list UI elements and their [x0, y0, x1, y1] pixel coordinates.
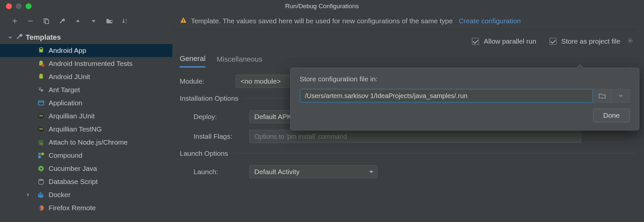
chevron-down-icon	[7, 35, 13, 40]
svg-rect-21	[38, 153, 41, 155]
sidebar-item-label: Database Script	[49, 178, 98, 186]
sidebar-toolbar: az	[0, 12, 172, 30]
sidebar-item-android-instrumented[interactable]: Android Instrumented Tests	[0, 57, 172, 70]
launch-select[interactable]: Default Activity	[249, 165, 378, 178]
sidebar-item-compound[interactable]: Compound	[0, 149, 172, 162]
svg-point-26	[39, 179, 44, 181]
launch-options-header: Launch Options	[180, 150, 637, 157]
sidebar-item-database-script[interactable]: Database Script	[0, 175, 172, 188]
banner-text: Template. The values saved here will be …	[191, 17, 453, 25]
svg-text:z: z	[126, 21, 127, 24]
section-title: Launch Options	[180, 150, 228, 157]
create-configuration-link[interactable]: Create configuration	[459, 17, 521, 25]
config-tree: Templates Android App Android Instrument…	[0, 30, 172, 222]
sidebar-item-android-junit[interactable]: Android JUnit	[0, 70, 172, 83]
sidebar-item-android-app[interactable]: Android App	[0, 44, 172, 57]
history-dropdown-button[interactable]	[611, 89, 630, 103]
sidebar-item-label: Android App	[49, 47, 86, 54]
select-value: Default APK	[254, 113, 291, 121]
firefox-icon	[37, 204, 45, 212]
sidebar-item-label: Cucumber Java	[49, 165, 97, 172]
svg-point-13	[38, 113, 44, 119]
arquillian-icon	[37, 112, 45, 120]
sort-alpha-icon[interactable]: az	[121, 17, 129, 25]
android-icon	[37, 59, 45, 68]
deploy-label: Deploy:	[194, 113, 242, 121]
tab-general[interactable]: General	[180, 54, 205, 68]
sidebar-item-firefox-remote[interactable]: Firefox Remote	[0, 201, 172, 214]
tabs: General Miscellaneous	[172, 53, 637, 69]
sidebar-item-docker[interactable]: Docker	[0, 188, 172, 201]
svg-rect-5	[39, 50, 43, 52]
svg-point-9	[39, 88, 41, 90]
popover-footer: Done	[300, 109, 630, 122]
sidebar-item-label: Ant Target	[49, 86, 80, 94]
svg-point-15	[41, 115, 43, 117]
sidebar-item-ant-target[interactable]: Ant Target	[0, 83, 172, 96]
new-folder-icon[interactable]	[105, 17, 114, 25]
sidebar-item-cucumber[interactable]: Cucumber Java	[0, 162, 172, 175]
sidebar-item-label: Compound	[49, 151, 82, 159]
svg-point-14	[39, 115, 41, 117]
main-split: az Templates Android App Android Instrum…	[0, 12, 644, 222]
checkbox-icon	[472, 38, 479, 45]
gear-icon[interactable]	[627, 37, 633, 46]
sidebar-item-arquillian-junit[interactable]: Arquillian JUnit	[0, 110, 172, 123]
minimize-window-button[interactable]	[16, 3, 22, 9]
svg-rect-8	[39, 76, 43, 78]
tab-miscellaneous[interactable]: Miscellaneous	[217, 55, 262, 67]
node-icon: JS	[37, 138, 45, 147]
template-banner: Template. The values saved here will be …	[172, 12, 637, 30]
select-value: <no module>	[241, 77, 281, 85]
move-up-icon[interactable]	[74, 17, 82, 25]
move-down-icon[interactable]	[89, 17, 98, 25]
svg-rect-30	[40, 192, 41, 193]
copy-config-icon[interactable]	[42, 17, 51, 25]
zoom-window-button[interactable]	[26, 3, 32, 9]
svg-rect-33	[183, 22, 184, 22]
warning-icon	[180, 16, 187, 25]
sidebar-item-label: Android Instrumented Tests	[49, 60, 132, 68]
sidebar-item-attach-node[interactable]: JS Attach to Node.js/Chrome	[0, 136, 172, 149]
ant-icon	[37, 86, 45, 94]
svg-rect-32	[183, 19, 184, 21]
svg-rect-29	[41, 194, 43, 195]
checkbox-label: Allow parallel run	[484, 37, 536, 45]
android-icon	[37, 46, 45, 55]
sidebar-item-label: Application	[49, 99, 82, 107]
templates-group[interactable]: Templates	[0, 31, 172, 44]
traffic-lights	[0, 3, 32, 9]
svg-rect-28	[40, 194, 41, 195]
allow-parallel-run-checkbox[interactable]: Allow parallel run	[472, 37, 536, 45]
sidebar-item-label: Attach to Node.js/Chrome	[49, 138, 127, 146]
docker-icon	[37, 191, 45, 199]
config-path-input[interactable]	[300, 89, 593, 103]
install-flags-row: Install Flags:	[180, 130, 637, 143]
wrench-icon	[16, 33, 23, 42]
section-title: Installation Options	[180, 94, 239, 102]
store-as-project-file-checkbox[interactable]: Store as project file	[549, 37, 633, 46]
sidebar-item-application[interactable]: Application	[0, 96, 172, 110]
add-config-icon[interactable]	[11, 17, 19, 25]
sidebar-item-label: Docker	[49, 191, 71, 199]
svg-point-34	[630, 40, 631, 41]
close-window-button[interactable]	[6, 3, 12, 9]
wrench-icon[interactable]	[58, 17, 66, 25]
svg-rect-11	[38, 101, 44, 105]
cucumber-icon	[37, 164, 45, 173]
svg-point-18	[41, 128, 43, 130]
application-icon	[37, 99, 45, 107]
database-icon	[37, 177, 45, 186]
sidebar-item-arquillian-testng[interactable]: Arquillian TestNG	[0, 123, 172, 136]
remove-config-icon[interactable]	[26, 17, 35, 25]
chevron-down-icon	[369, 171, 373, 173]
done-button[interactable]: Done	[593, 109, 630, 122]
install-flags-label: Install Flags:	[194, 132, 242, 140]
browse-folder-button[interactable]	[593, 89, 611, 103]
sidebar: az Templates Android App Android Instrum…	[0, 12, 172, 222]
install-flags-input[interactable]	[249, 130, 581, 143]
launch-row: Launch: Default Activity	[180, 165, 637, 178]
svg-point-10	[41, 89, 43, 91]
module-label: Module:	[180, 77, 228, 85]
select-value: Default Activity	[254, 168, 300, 176]
